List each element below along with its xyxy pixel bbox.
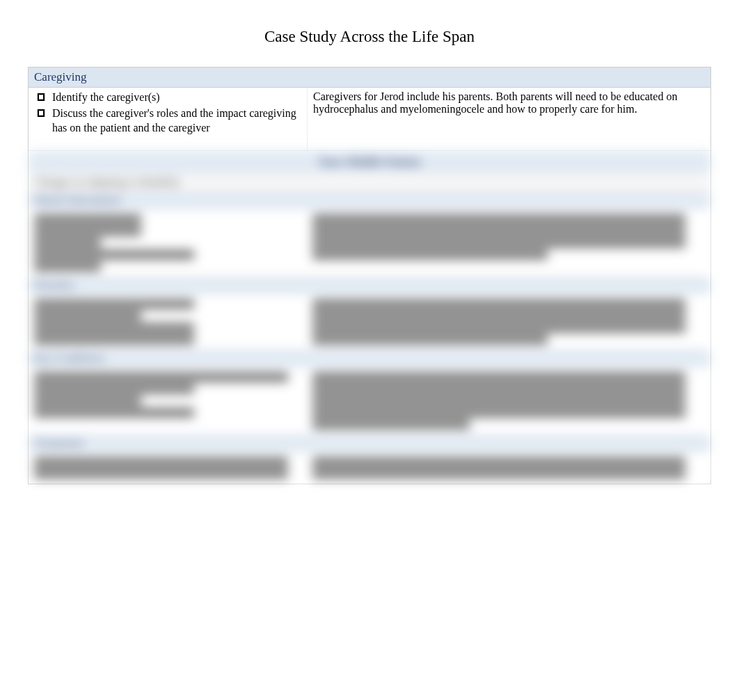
caregiving-answer: Caregivers for Jerod include his parents… [307,88,710,150]
document-page: Case Study Across the Life Span Caregivi… [0,0,739,484]
blurred-section-priorities: Priorities [29,276,710,349]
page-title: Case Study Across the Life Span [28,28,711,46]
bullet-icon: 🞐 [37,106,45,120]
blurred-section-treatments: Treatments [29,434,710,484]
case-study-table: Caregiving 🞐 Identify the caregiver(s) 🞐… [28,67,711,484]
blurred-row [29,294,710,349]
blurred-main-header: Your Middle Patient [29,151,710,173]
bullet-text: Discuss the caregiver's roles and the im… [52,106,301,136]
list-item: 🞐 Discuss the caregiver's roles and the … [37,106,301,136]
blurred-section-title: Key Conditions [29,349,710,367]
blurred-section-title: Treatments [29,434,710,452]
bullet-text: Identify the caregiver(s) [52,90,301,105]
caregiving-row: 🞐 Identify the caregiver(s) 🞐 Discuss th… [29,88,710,151]
blurred-section-title: Patient Information [29,191,710,209]
blurred-section-key-conditions: Key Conditions [29,349,710,434]
blurred-content: Your Middle Patient Changes in adapting … [29,151,710,484]
blurred-row [29,209,710,276]
caregiving-prompts: 🞐 Identify the caregiver(s) 🞐 Discuss th… [29,88,307,150]
blurred-row [29,452,710,484]
blurred-section-title: Priorities [29,276,710,294]
blurred-row [29,367,710,434]
blurred-cell-left [29,294,307,349]
caregiving-bullet-list: 🞐 Identify the caregiver(s) 🞐 Discuss th… [34,90,301,135]
blurred-cell-right [307,294,710,349]
caregiving-header: Caregiving [29,67,710,88]
blurred-section-patient-info: Patient Information [29,191,710,276]
list-item: 🞐 Identify the caregiver(s) [37,90,301,105]
blurred-cell-right [307,367,710,434]
blurred-sub-header: Changes in adapting to disability [29,173,710,191]
blurred-cell-right [307,209,710,276]
blurred-cell-right [307,452,710,484]
blurred-cell-left [29,367,307,434]
blurred-cell-left [29,209,307,276]
bullet-icon: 🞐 [37,90,45,104]
blurred-cell-left [29,452,307,484]
